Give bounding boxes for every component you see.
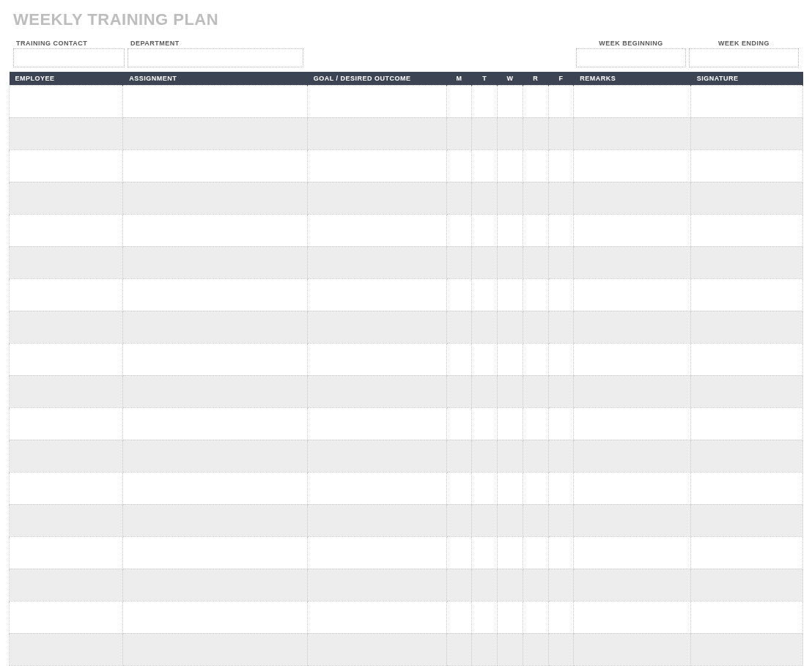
cell-m[interactable] bbox=[446, 85, 472, 117]
cell-remarks[interactable] bbox=[574, 536, 690, 569]
cell-t[interactable] bbox=[472, 633, 498, 665]
cell-t[interactable] bbox=[472, 214, 498, 246]
cell-w[interactable] bbox=[498, 407, 523, 440]
cell-t[interactable] bbox=[472, 375, 498, 407]
cell-assignment[interactable] bbox=[123, 343, 307, 375]
cell-assignment[interactable] bbox=[123, 601, 307, 633]
cell-assignment[interactable] bbox=[123, 375, 307, 407]
cell-r[interactable] bbox=[523, 117, 548, 149]
cell-r[interactable] bbox=[523, 569, 548, 601]
cell-assignment[interactable] bbox=[123, 182, 307, 214]
cell-remarks[interactable] bbox=[574, 246, 690, 278]
cell-remarks[interactable] bbox=[574, 117, 690, 149]
cell-r[interactable] bbox=[523, 149, 548, 182]
cell-employee[interactable] bbox=[10, 117, 123, 149]
cell-w[interactable] bbox=[498, 117, 523, 149]
cell-r[interactable] bbox=[523, 311, 548, 343]
cell-m[interactable] bbox=[446, 214, 472, 246]
week-beginning-input[interactable] bbox=[576, 48, 686, 67]
cell-employee[interactable] bbox=[10, 472, 123, 504]
cell-m[interactable] bbox=[446, 246, 472, 278]
cell-employee[interactable] bbox=[10, 182, 123, 214]
cell-signature[interactable] bbox=[690, 278, 802, 311]
cell-f[interactable] bbox=[548, 601, 574, 633]
cell-signature[interactable] bbox=[690, 149, 802, 182]
cell-f[interactable] bbox=[548, 569, 574, 601]
cell-goal[interactable] bbox=[307, 246, 446, 278]
cell-remarks[interactable] bbox=[574, 633, 690, 665]
cell-remarks[interactable] bbox=[574, 278, 690, 311]
cell-employee[interactable] bbox=[10, 343, 123, 375]
cell-goal[interactable] bbox=[307, 472, 446, 504]
cell-employee[interactable] bbox=[10, 536, 123, 569]
cell-goal[interactable] bbox=[307, 85, 446, 117]
cell-m[interactable] bbox=[446, 182, 472, 214]
cell-goal[interactable] bbox=[307, 149, 446, 182]
cell-t[interactable] bbox=[472, 149, 498, 182]
cell-f[interactable] bbox=[548, 536, 574, 569]
cell-signature[interactable] bbox=[690, 407, 802, 440]
cell-signature[interactable] bbox=[690, 472, 802, 504]
cell-remarks[interactable] bbox=[574, 601, 690, 633]
cell-t[interactable] bbox=[472, 504, 498, 536]
cell-signature[interactable] bbox=[690, 214, 802, 246]
cell-w[interactable] bbox=[498, 569, 523, 601]
cell-w[interactable] bbox=[498, 504, 523, 536]
cell-employee[interactable] bbox=[10, 246, 123, 278]
cell-w[interactable] bbox=[498, 278, 523, 311]
cell-t[interactable] bbox=[472, 311, 498, 343]
cell-remarks[interactable] bbox=[574, 85, 690, 117]
cell-employee[interactable] bbox=[10, 149, 123, 182]
cell-assignment[interactable] bbox=[123, 149, 307, 182]
cell-goal[interactable] bbox=[307, 117, 446, 149]
cell-r[interactable] bbox=[523, 633, 548, 665]
cell-r[interactable] bbox=[523, 504, 548, 536]
cell-t[interactable] bbox=[472, 343, 498, 375]
cell-employee[interactable] bbox=[10, 504, 123, 536]
cell-f[interactable] bbox=[548, 407, 574, 440]
cell-signature[interactable] bbox=[690, 601, 802, 633]
cell-goal[interactable] bbox=[307, 536, 446, 569]
cell-assignment[interactable] bbox=[123, 472, 307, 504]
cell-m[interactable] bbox=[446, 117, 472, 149]
cell-goal[interactable] bbox=[307, 633, 446, 665]
cell-w[interactable] bbox=[498, 472, 523, 504]
cell-w[interactable] bbox=[498, 440, 523, 472]
cell-w[interactable] bbox=[498, 246, 523, 278]
cell-assignment[interactable] bbox=[123, 440, 307, 472]
cell-m[interactable] bbox=[446, 375, 472, 407]
cell-remarks[interactable] bbox=[574, 343, 690, 375]
cell-f[interactable] bbox=[548, 278, 574, 311]
cell-w[interactable] bbox=[498, 375, 523, 407]
cell-t[interactable] bbox=[472, 246, 498, 278]
cell-signature[interactable] bbox=[690, 246, 802, 278]
cell-t[interactable] bbox=[472, 117, 498, 149]
cell-assignment[interactable] bbox=[123, 85, 307, 117]
cell-m[interactable] bbox=[446, 440, 472, 472]
cell-assignment[interactable] bbox=[123, 311, 307, 343]
cell-goal[interactable] bbox=[307, 375, 446, 407]
cell-t[interactable] bbox=[472, 472, 498, 504]
cell-t[interactable] bbox=[472, 569, 498, 601]
cell-f[interactable] bbox=[548, 311, 574, 343]
cell-goal[interactable] bbox=[307, 569, 446, 601]
cell-signature[interactable] bbox=[690, 440, 802, 472]
cell-f[interactable] bbox=[548, 182, 574, 214]
cell-f[interactable] bbox=[548, 633, 574, 665]
cell-goal[interactable] bbox=[307, 407, 446, 440]
cell-goal[interactable] bbox=[307, 504, 446, 536]
cell-assignment[interactable] bbox=[123, 536, 307, 569]
cell-employee[interactable] bbox=[10, 633, 123, 665]
cell-signature[interactable] bbox=[690, 504, 802, 536]
cell-employee[interactable] bbox=[10, 278, 123, 311]
cell-remarks[interactable] bbox=[574, 149, 690, 182]
cell-m[interactable] bbox=[446, 278, 472, 311]
cell-w[interactable] bbox=[498, 85, 523, 117]
cell-w[interactable] bbox=[498, 536, 523, 569]
cell-assignment[interactable] bbox=[123, 117, 307, 149]
cell-t[interactable] bbox=[472, 182, 498, 214]
cell-t[interactable] bbox=[472, 85, 498, 117]
cell-remarks[interactable] bbox=[574, 214, 690, 246]
cell-remarks[interactable] bbox=[574, 311, 690, 343]
cell-signature[interactable] bbox=[690, 182, 802, 214]
